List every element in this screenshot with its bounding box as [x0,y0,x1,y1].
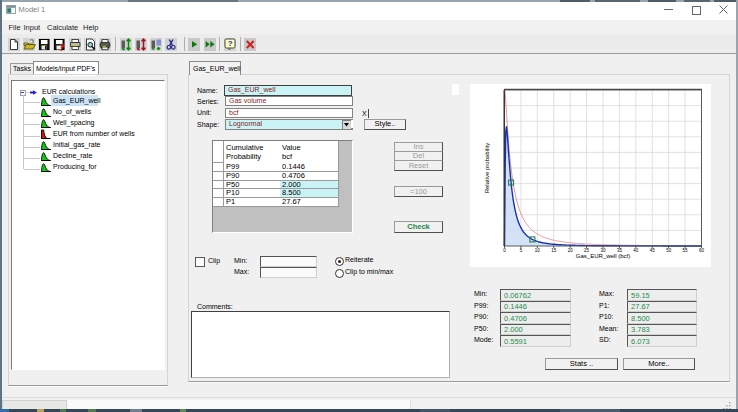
svg-text:55: 55 [683,248,689,253]
svg-text:40: 40 [633,248,639,253]
svg-text:45: 45 [650,248,656,253]
svg-text:20: 20 [568,248,574,253]
svg-text:5: 5 [520,248,523,253]
svg-text:Gas_EUR_well (bcf): Gas_EUR_well (bcf) [576,253,630,259]
svg-text:10: 10 [535,248,541,253]
svg-text:60: 60 [699,248,705,253]
svg-text:Relative probability: Relative probability [484,143,490,194]
svg-text:50: 50 [666,248,672,253]
svg-text:0: 0 [503,248,506,253]
svg-text:15: 15 [551,248,557,253]
